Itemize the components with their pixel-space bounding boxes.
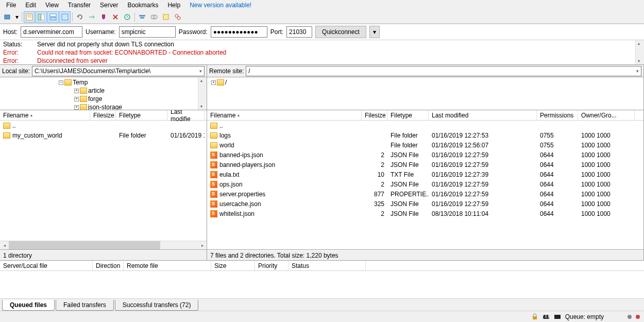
tree-expand-icon[interactable]: + bbox=[211, 80, 216, 85]
file-cell: 1000 1000 bbox=[578, 210, 635, 218]
queue-tab[interactable]: Successful transfers (72) bbox=[115, 300, 199, 311]
refresh-button[interactable] bbox=[74, 11, 86, 23]
local-tree[interactable]: −Temp+article+forge+json-storage bbox=[0, 77, 207, 110]
search-button[interactable] bbox=[172, 11, 183, 23]
menu-edit[interactable]: Edit bbox=[21, 1, 40, 10]
toggle-transfers-button[interactable] bbox=[59, 11, 71, 23]
file-cell: File folder bbox=[116, 131, 167, 140]
svg-rect-0 bbox=[5, 15, 10, 19]
sitemanager-dropdown[interactable]: ▾ bbox=[14, 11, 20, 23]
list-item[interactable]: usercache.json325JSON File01/16/2019 12:… bbox=[207, 199, 643, 209]
lock-icon bbox=[531, 313, 538, 320]
column-header[interactable]: Filesize bbox=[90, 110, 116, 120]
menu-file[interactable]: File bbox=[2, 1, 20, 10]
file-cell bbox=[537, 125, 578, 126]
tree-item[interactable]: +forge bbox=[2, 95, 205, 103]
quickconnect-button[interactable]: Quickconnect bbox=[315, 26, 366, 38]
password-input[interactable] bbox=[211, 26, 267, 38]
svg-rect-4 bbox=[38, 14, 41, 20]
tree-expand-icon[interactable]: − bbox=[59, 80, 63, 85]
queue-tabs: Queued filesFailed transfersSuccessful t… bbox=[0, 298, 644, 311]
tree-label: Temp bbox=[73, 79, 88, 86]
remote-tree[interactable]: +/ bbox=[207, 77, 643, 110]
menu-bookmarks[interactable]: Bookmarks bbox=[123, 1, 162, 10]
remote-path-combo[interactable]: / bbox=[246, 66, 641, 76]
file-cell: File folder bbox=[387, 131, 429, 140]
file-cell: 0644 bbox=[537, 151, 578, 159]
compare-button[interactable] bbox=[148, 11, 160, 23]
queue-tab[interactable]: Queued files bbox=[2, 300, 55, 311]
cancel-button[interactable] bbox=[98, 11, 109, 23]
list-item[interactable]: banned-players.json2JSON File01/16/2019 … bbox=[207, 160, 643, 170]
log-scrollbar[interactable] bbox=[635, 40, 644, 64]
column-header[interactable]: Filetype bbox=[116, 110, 167, 120]
column-header[interactable]: Filename▴ bbox=[207, 110, 362, 120]
column-header[interactable]: Last modifie bbox=[167, 110, 205, 120]
column-header[interactable]: Size bbox=[211, 261, 255, 270]
column-header[interactable]: Server/Local file bbox=[0, 261, 93, 270]
file-name: eula.txt bbox=[219, 171, 240, 178]
quickconnect-history-dropdown[interactable]: ▾ bbox=[369, 26, 380, 38]
column-header[interactable]: Owner/Gro... bbox=[578, 110, 635, 120]
list-item[interactable]: ops.json2JSON File01/16/2019 12:27:59064… bbox=[207, 179, 643, 189]
queue-tab[interactable]: Failed transfers bbox=[56, 300, 114, 311]
local-h-scrollbar[interactable]: ◂▸ bbox=[0, 241, 207, 249]
tree-item[interactable]: +/ bbox=[209, 78, 641, 87]
tree-item[interactable]: +article bbox=[2, 87, 205, 95]
file-cell bbox=[362, 135, 387, 136]
port-input[interactable] bbox=[286, 26, 312, 38]
folder-icon bbox=[210, 142, 217, 148]
remote-listview[interactable]: Filename▴FilesizeFiletypeLast modifiedPe… bbox=[207, 110, 643, 250]
column-header[interactable]: Filesize bbox=[362, 110, 387, 120]
list-item[interactable]: eula.txt10TXT File01/16/2019 12:27:39064… bbox=[207, 170, 643, 179]
username-label: Username: bbox=[86, 28, 116, 36]
activity-indicator-2 bbox=[636, 315, 640, 319]
list-item[interactable]: logsFile folder01/16/2019 12:27:53075510… bbox=[207, 130, 643, 140]
local-tree-scrollbar[interactable] bbox=[198, 77, 207, 110]
tree-expand-icon[interactable]: + bbox=[74, 105, 79, 110]
menu-server[interactable]: Server bbox=[96, 1, 122, 10]
disconnect-button[interactable] bbox=[110, 11, 121, 23]
file-name: ops.json bbox=[219, 181, 243, 188]
statusbar: FTP Queue: empty bbox=[0, 311, 644, 322]
new-version-link[interactable]: New version available! bbox=[185, 1, 256, 10]
list-item[interactable]: whitelist.json2JSON File08/13/2018 10:11… bbox=[207, 209, 643, 218]
file-cell: 0644 bbox=[537, 210, 578, 218]
message-log[interactable]: Status:Server did not properly shut down… bbox=[0, 40, 644, 65]
column-header[interactable]: Last modified bbox=[429, 110, 537, 120]
local-path-combo[interactable]: C:\Users\JAMES\Documents\Temp\article\ bbox=[32, 66, 205, 76]
quickconnect-bar: Host: Username: Password: Port: Quickcon… bbox=[0, 24, 644, 40]
list-item[interactable]: .. bbox=[207, 121, 643, 130]
file-cell: 877 bbox=[362, 190, 387, 198]
column-header[interactable]: Filename▴ bbox=[0, 110, 90, 120]
list-item[interactable]: my_custom_worldFile folder01/16/2019 1 bbox=[0, 130, 207, 140]
sitemanager-button[interactable] bbox=[2, 11, 13, 23]
tree-expand-icon[interactable]: + bbox=[74, 89, 79, 93]
toggle-queue-button[interactable] bbox=[47, 11, 59, 23]
list-item[interactable]: worldFile folder01/16/2019 12:56:0707551… bbox=[207, 140, 643, 150]
tree-item[interactable]: −Temp bbox=[2, 78, 205, 87]
list-item[interactable]: server.properties877PROPERTIE...01/16/20… bbox=[207, 189, 643, 199]
toggle-tree-button[interactable] bbox=[36, 11, 47, 23]
column-header[interactable]: Priority bbox=[255, 261, 289, 270]
tree-expand-icon[interactable]: + bbox=[74, 97, 79, 101]
toggle-log-button[interactable] bbox=[24, 11, 35, 23]
tree-item[interactable]: +json-storage bbox=[2, 103, 205, 110]
sync-browse-button[interactable] bbox=[160, 11, 172, 23]
list-item[interactable]: banned-ips.json2JSON File01/16/2019 12:2… bbox=[207, 150, 643, 160]
column-header[interactable]: Status bbox=[289, 261, 366, 270]
column-header[interactable]: Remote file bbox=[124, 261, 211, 270]
process-queue-button[interactable] bbox=[86, 11, 97, 23]
host-input[interactable] bbox=[21, 26, 82, 38]
menu-view[interactable]: View bbox=[41, 1, 63, 10]
column-header[interactable]: Permissions bbox=[537, 110, 578, 120]
menu-transfer[interactable]: Transfer bbox=[64, 1, 95, 10]
username-input[interactable] bbox=[119, 26, 176, 38]
filter-button[interactable] bbox=[137, 11, 148, 23]
local-listview[interactable]: Filename▴FilesizeFiletypeLast modifie ..… bbox=[0, 110, 207, 250]
column-header[interactable]: Filetype bbox=[387, 110, 429, 120]
column-header[interactable]: Direction bbox=[93, 261, 124, 270]
transfer-queue[interactable]: Server/Local fileDirectionRemote fileSiz… bbox=[0, 260, 644, 298]
menu-help[interactable]: Help bbox=[163, 1, 184, 10]
reconnect-button[interactable] bbox=[122, 11, 133, 23]
